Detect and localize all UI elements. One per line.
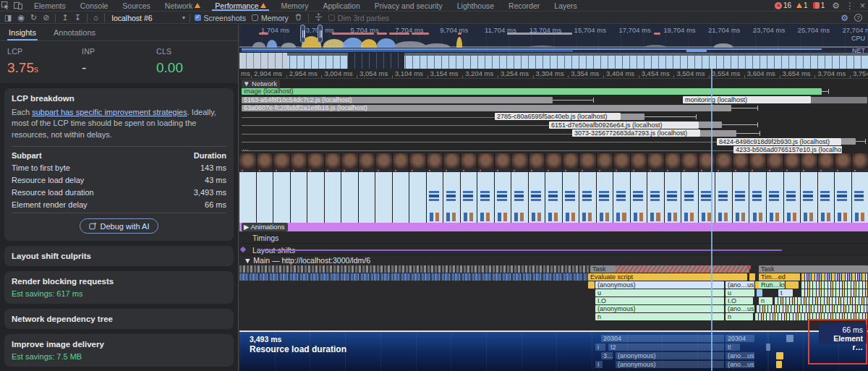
- filmstrip-frame[interactable]: [375, 153, 392, 223]
- flame-bar[interactable]: [757, 305, 868, 312]
- network-request-label-box[interactable]: 6151-d7e50eafb0926e64.js (localhost): [549, 121, 699, 129]
- filmstrip-frame[interactable]: [801, 153, 817, 223]
- filmstrip-frame[interactable]: [273, 153, 290, 223]
- filmstrip-frame[interactable]: [749, 153, 766, 223]
- upload-profile-icon[interactable]: ↥: [61, 14, 68, 22]
- filmstrip-frame[interactable]: [597, 153, 613, 223]
- live-metrics-icon[interactable]: ⌂: [93, 14, 98, 22]
- tab-sources[interactable]: Sources: [115, 0, 158, 11]
- tab-recorder[interactable]: Recorder: [501, 0, 547, 11]
- filmstrip-frame[interactable]: [307, 153, 324, 223]
- animations-track[interactable]: ▶ Animations: [239, 223, 868, 231]
- flame-bar-u[interactable]: u: [595, 289, 724, 297]
- insight-card-network-dependency-tree[interactable]: Network dependency tree: [4, 309, 234, 329]
- filmstrip-frame[interactable]: [257, 153, 273, 223]
- table-row[interactable]: Resource load delay43 ms: [12, 174, 226, 186]
- flame-bar-timed[interactable]: Tim…ed: [759, 273, 800, 281]
- insight-card-layout-shift-culprits[interactable]: Layout shift culprits: [4, 246, 234, 266]
- timings-track[interactable]: Timings: [239, 231, 868, 244]
- network-track-header[interactable]: ▼ Network: [242, 80, 280, 88]
- lcp-breakdown-card[interactable]: LCP breakdown Each subpart has specific …: [4, 88, 234, 241]
- history-select[interactable]: localhost #6 ▼: [109, 14, 190, 22]
- flame-bar[interactable]: [775, 297, 868, 304]
- flame-bar-n[interactable]: n: [759, 297, 773, 304]
- flame-bar-anonymous[interactable]: (anonymous): [595, 305, 724, 312]
- network-request-bar[interactable]: [811, 97, 867, 103]
- flame-bar-anonymous[interactable]: (anonymous): [595, 281, 724, 289]
- filmstrip-frame[interactable]: [681, 153, 698, 223]
- tab-console[interactable]: Console: [73, 0, 116, 11]
- network-request-bar[interactable]: [841, 138, 856, 145]
- network-request-bar[interactable]: [700, 130, 736, 137]
- tab-elements[interactable]: Elements: [27, 0, 73, 11]
- main-thread-track-header[interactable]: ▼ Main — http://localhost:3000/ldm/6: [239, 255, 868, 265]
- network-request-label-box[interactable]: 3073-3256772683da7293.js (localhost): [572, 129, 700, 137]
- flame-bar[interactable]: [588, 281, 595, 289]
- sidebar-tab-annotations[interactable]: Annotations: [46, 25, 103, 40]
- filmstrip-frame[interactable]: [784, 153, 801, 223]
- insight-card-improve-image-delivery[interactable]: Improve image deliveryEst savings: 7.5 M…: [4, 334, 234, 367]
- filmstrip-frame[interactable]: [818, 153, 835, 223]
- screenshots-checkbox[interactable]: Screenshots: [195, 14, 246, 22]
- tab-privacy-and-security[interactable]: Privacy and security: [367, 0, 450, 11]
- selection-handle[interactable]: [300, 25, 305, 43]
- filmstrip-frame[interactable]: [529, 153, 545, 223]
- table-row[interactable]: Time to first byte143 ms: [12, 161, 226, 174]
- flame-bar-task[interactable]: Task: [759, 265, 868, 273]
- flame-bar[interactable]: [757, 289, 762, 297]
- tab-lighthouse[interactable]: Lighthouse: [450, 0, 501, 11]
- filmstrip-frame[interactable]: [359, 153, 375, 223]
- filmstrip-frame[interactable]: [767, 153, 783, 223]
- inspect-element-icon[interactable]: [1, 1, 9, 9]
- layout-shifts-track[interactable]: Layout shifts: [239, 244, 868, 255]
- flame-bar[interactable]: [801, 273, 868, 281]
- flame-bar-n[interactable]: n: [595, 313, 724, 320]
- network-request-label-box[interactable]: 4233-b506ad0765157e10.js (localhost): [733, 146, 842, 153]
- flame-bar-evaluatescript[interactable]: Evaluate script: [588, 273, 747, 281]
- filmstrip-frame[interactable]: [477, 153, 494, 223]
- flame-bar-anous[interactable]: (ano…us): [726, 305, 754, 312]
- table-row[interactable]: Resource load duration3,493 ms: [12, 186, 226, 198]
- record-and-reload-icon[interactable]: ↻: [30, 14, 37, 22]
- flame-bar-n[interactable]: n: [726, 313, 753, 320]
- memory-checkbox[interactable]: Memory: [252, 14, 289, 22]
- flame-bar[interactable]: [749, 273, 755, 281]
- tab-application[interactable]: Application: [315, 0, 367, 11]
- filmstrip-frame[interactable]: [665, 153, 681, 223]
- warning-badge[interactable]: 1: [796, 1, 808, 9]
- capture-settings-gear-icon[interactable]: ⚙: [841, 13, 848, 23]
- timeline-overview[interactable]: CPU NET 1,704 ms3,704 ms5,704 ms7,704 ms…: [239, 25, 868, 69]
- filmstrip-frame[interactable]: [325, 153, 341, 223]
- record-icon[interactable]: ◉: [17, 14, 25, 22]
- selection-handle[interactable]: [318, 25, 323, 43]
- filmstrip-frame[interactable]: [733, 153, 749, 223]
- filmstrip-frame[interactable]: [443, 153, 460, 223]
- filmstrip-frame[interactable]: [393, 153, 409, 223]
- flame-bar[interactable]: [801, 281, 868, 289]
- close-devtools-icon[interactable]: ×: [857, 1, 868, 11]
- filmstrip-frame[interactable]: [852, 153, 868, 223]
- sidebar-tab-insights[interactable]: Insights: [1, 25, 43, 40]
- flame-bar-u[interactable]: u: [726, 289, 754, 297]
- network-request-bar[interactable]: [621, 114, 644, 120]
- filmstrip-frame[interactable]: [647, 153, 664, 223]
- error-badge[interactable]: ×16: [775, 1, 791, 9]
- improvement-strategies-link[interactable]: subpart has specific improvement strateg…: [32, 108, 187, 116]
- download-profile-icon[interactable]: ↧: [75, 14, 81, 22]
- filmstrip-frame[interactable]: [495, 153, 511, 223]
- filmstrip-frame[interactable]: [461, 153, 477, 223]
- table-row[interactable]: Element render delay66 ms: [12, 198, 226, 210]
- filmstrip-frame[interactable]: [715, 153, 732, 223]
- network-request-bar[interactable]: [242, 88, 822, 95]
- filmstrip-frame[interactable]: [579, 153, 596, 223]
- issues-badge[interactable]: 1: [813, 1, 825, 9]
- filmstrip-frame[interactable]: [699, 153, 715, 223]
- animations-track-header[interactable]: ▶ Animations: [242, 223, 288, 231]
- playhead-line[interactable]: [711, 69, 712, 371]
- flame-bar-t[interactable]: t: [778, 289, 793, 297]
- flame-bar[interactable]: [801, 289, 868, 297]
- network-request-bar[interactable]: [699, 121, 722, 128]
- device-toolbar-icon[interactable]: [14, 1, 22, 9]
- filmstrip-frame[interactable]: [239, 153, 256, 223]
- insight-card-render-blocking-requests[interactable]: Render blocking requestsEst savings: 617…: [4, 271, 234, 304]
